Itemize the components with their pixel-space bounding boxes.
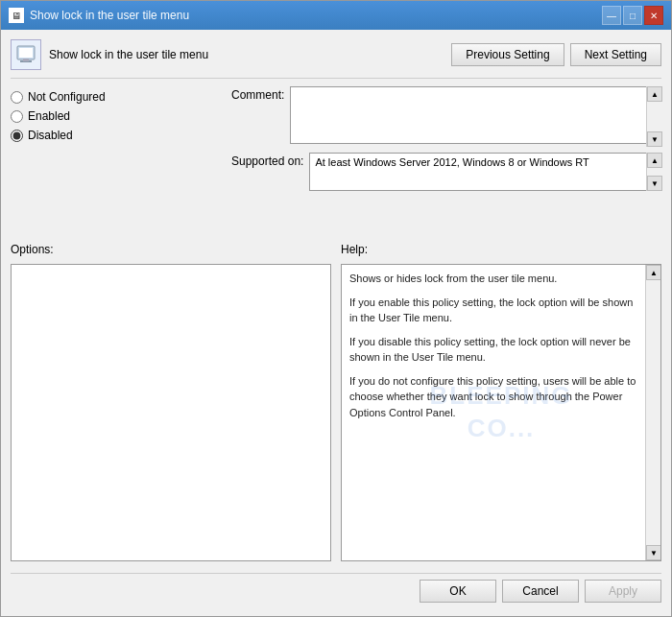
window-icon: 🖥 xyxy=(9,8,24,23)
help-p4: If you do not configure this policy sett… xyxy=(349,373,641,421)
supported-box: At least Windows Server 2012, Windows 8 … xyxy=(309,153,661,191)
two-col-section: Shows or hides lock from the user tile m… xyxy=(11,264,661,561)
main-area: Not Configured Enabled Disabled Comm xyxy=(11,86,661,235)
right-panel: Comment: ▲ ▼ Supported on: xyxy=(231,86,661,235)
section-labels-row: Options: Help: xyxy=(11,243,661,256)
left-panel: Not Configured Enabled Disabled xyxy=(11,86,222,235)
radio-group: Not Configured Enabled Disabled xyxy=(11,86,222,142)
radio-disabled[interactable]: Disabled xyxy=(11,129,222,142)
footer: OK Cancel Apply xyxy=(11,573,661,606)
options-box xyxy=(11,264,331,561)
maximize-button[interactable]: □ xyxy=(623,6,642,25)
comment-scroll-track xyxy=(647,102,661,131)
help-p3: If you disable this policy setting, the … xyxy=(349,334,641,366)
help-scrollbar: ▲ ▼ xyxy=(645,265,660,560)
supported-label: Supported on: xyxy=(231,153,303,168)
radio-not-configured-label: Not Configured xyxy=(28,90,106,104)
window-title: Show lock in the user tile menu xyxy=(30,9,189,22)
help-scroll-down[interactable]: ▼ xyxy=(646,545,661,560)
apply-button[interactable]: Apply xyxy=(585,580,661,603)
previous-setting-button[interactable]: Previous Setting xyxy=(451,43,564,66)
title-bar: 🖥 Show lock in the user tile menu — □ ✕ xyxy=(1,1,671,30)
comment-scrollbar: ▲ ▼ xyxy=(646,86,661,147)
header-buttons: Previous Setting Next Setting xyxy=(451,43,661,66)
supported-scroll-up[interactable]: ▲ xyxy=(647,153,662,168)
radio-disabled-input[interactable] xyxy=(11,130,23,142)
comment-textarea[interactable] xyxy=(290,86,661,144)
help-scroll-track xyxy=(646,280,660,545)
cancel-button[interactable]: Cancel xyxy=(502,580,579,603)
comment-row: Comment: ▲ ▼ xyxy=(231,86,661,147)
help-box: Shows or hides lock from the user tile m… xyxy=(341,264,661,561)
supported-scroll-down[interactable]: ▼ xyxy=(647,176,662,191)
next-setting-button[interactable]: Next Setting xyxy=(570,43,661,66)
help-label: Help: xyxy=(341,243,661,256)
radio-enabled[interactable]: Enabled xyxy=(11,109,222,123)
supported-scroll-track xyxy=(647,168,661,176)
close-button[interactable]: ✕ xyxy=(644,6,663,25)
header-left: Show lock in the user tile menu xyxy=(11,39,208,70)
help-p1: Shows or hides lock from the user tile m… xyxy=(349,271,641,287)
comment-scroll-down[interactable]: ▼ xyxy=(647,131,662,147)
header-title: Show lock in the user tile menu xyxy=(49,48,208,61)
ok-button[interactable]: OK xyxy=(420,580,496,603)
title-bar-controls: — □ ✕ xyxy=(602,6,663,25)
policy-icon xyxy=(11,39,41,70)
radio-enabled-input[interactable] xyxy=(11,110,23,123)
help-p2: If you enable this policy setting, the l… xyxy=(349,295,641,326)
supported-scrollbar: ▲ ▼ xyxy=(646,153,661,191)
help-text-content: Shows or hides lock from the user tile m… xyxy=(342,265,660,434)
svg-rect-3 xyxy=(23,59,29,61)
main-window: 🖥 Show lock in the user tile menu — □ ✕ … xyxy=(0,0,672,617)
comment-label: Comment: xyxy=(231,86,284,102)
radio-not-configured[interactable]: Not Configured xyxy=(11,90,222,104)
svg-rect-1 xyxy=(19,48,33,58)
radio-enabled-label: Enabled xyxy=(28,109,70,123)
options-label: Options: xyxy=(11,243,331,256)
comment-scroll-up[interactable]: ▲ xyxy=(647,86,662,102)
radio-disabled-label: Disabled xyxy=(28,129,73,142)
header-row: Show lock in the user tile menu Previous… xyxy=(11,39,661,79)
supported-value: At least Windows Server 2012, Windows 8 … xyxy=(315,156,588,168)
content-area: Show lock in the user tile menu Previous… xyxy=(1,30,671,616)
minimize-button[interactable]: — xyxy=(602,6,621,25)
supported-row: Supported on: At least Windows Server 20… xyxy=(231,153,661,191)
help-scroll-up[interactable]: ▲ xyxy=(646,265,661,280)
title-bar-left: 🖥 Show lock in the user tile menu xyxy=(9,8,189,23)
radio-not-configured-input[interactable] xyxy=(11,91,23,104)
